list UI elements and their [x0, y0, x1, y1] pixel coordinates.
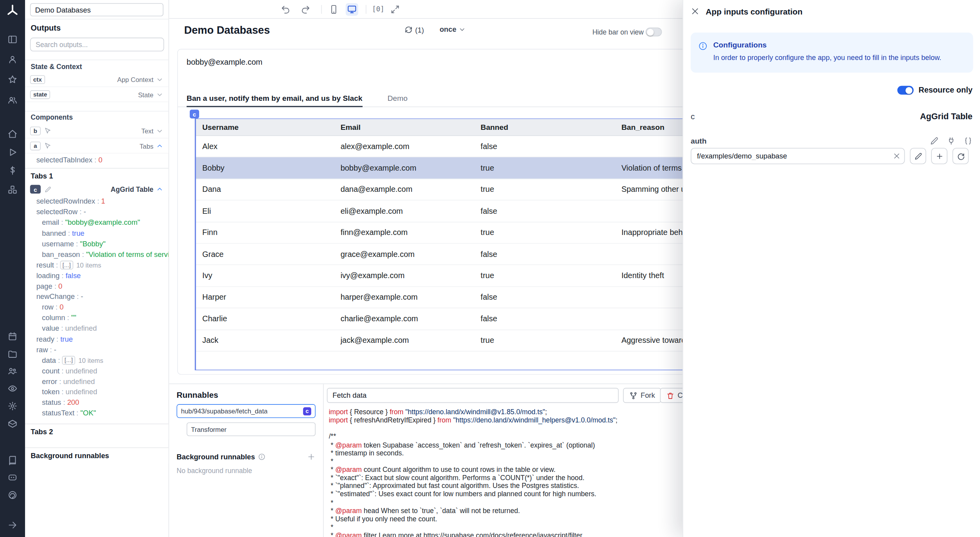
chevron-down-icon[interactable] — [156, 127, 163, 134]
app-title-input[interactable] — [30, 3, 163, 16]
windmill-logo[interactable] — [5, 4, 19, 18]
eye-icon[interactable] — [7, 384, 18, 394]
chevron-up-icon[interactable] — [156, 186, 163, 193]
refresh-resource-button[interactable] — [953, 148, 969, 164]
rename-component-icon[interactable] — [44, 186, 51, 193]
output-prop-token[interactable]: token : undefined — [25, 387, 169, 397]
connect-mode-icon[interactable] — [947, 137, 955, 145]
component-id-badge: a — [30, 141, 41, 150]
output-prop-selectedRow[interactable]: selectedRow : - — [25, 207, 169, 217]
output-prop-loading[interactable]: loading : false — [25, 270, 169, 281]
runnables-panel: Runnables hub/943/supabase/fetch_datacTr… — [169, 384, 324, 537]
output-prop-ready[interactable]: ready : true — [25, 334, 169, 344]
folder-icon[interactable] — [7, 349, 18, 359]
book-icon[interactable] — [7, 455, 18, 466]
output-prop-statusText[interactable]: statusText : "OK" — [25, 408, 169, 419]
runnable-item[interactable]: Transformer — [187, 422, 316, 436]
mobile-view-icon[interactable] — [329, 4, 339, 15]
users-icon[interactable] — [7, 95, 18, 106]
edit-mode-icon[interactable] — [930, 137, 938, 145]
dollar-icon[interactable] — [7, 166, 18, 176]
output-prop-status[interactable]: status : 200 — [25, 397, 169, 408]
cell-email: jack@example.com — [334, 330, 474, 351]
output-row-aggrid[interactable]: c AgGrid Table — [25, 182, 169, 197]
output-prop-data[interactable]: data : [...]10 items — [25, 355, 169, 366]
output-prop-banned[interactable]: banned : true — [25, 228, 169, 238]
redo-icon[interactable] — [301, 4, 311, 15]
info-body: In order to properly configure the app, … — [713, 54, 941, 61]
team-icon[interactable] — [7, 366, 18, 376]
output-prop-raw[interactable]: raw : - — [25, 344, 169, 355]
search-outputs-input[interactable] — [30, 38, 164, 51]
expand-array-chip[interactable]: [...] — [60, 260, 73, 269]
arrow-right-icon[interactable] — [7, 520, 18, 530]
expand-array-chip[interactable]: [...] — [62, 356, 75, 364]
panels-icon[interactable] — [7, 35, 18, 45]
info-icon — [258, 453, 266, 461]
state-context-rows: ctxApp ContextstateState — [25, 72, 169, 102]
add-resource-button[interactable] — [931, 148, 947, 164]
expand-icon[interactable] — [390, 4, 400, 15]
output-prop-value[interactable]: value : undefined — [25, 323, 169, 334]
cell-email: alex@example.com — [334, 136, 474, 157]
tabs1-section-header[interactable]: Tabs 1 — [25, 168, 169, 184]
boxes-icon[interactable] — [7, 185, 18, 195]
play-icon[interactable] — [7, 147, 18, 157]
close-drawer-button[interactable] — [691, 7, 699, 16]
background-runnables-section-header[interactable]: Background runnables — [25, 448, 169, 463]
output-prop-page[interactable]: page : 0 — [25, 281, 169, 291]
output-row-b[interactable]: bText — [25, 124, 169, 138]
output-prop-row[interactable]: row : 0 — [25, 302, 169, 313]
column-header-banned[interactable]: Banned — [474, 119, 615, 136]
chevron-up-icon[interactable] — [156, 142, 163, 149]
discord-icon[interactable] — [7, 472, 18, 482]
output-prop-selectedTabIndex[interactable]: selectedTabIndex : 0 — [25, 155, 169, 166]
tabs2-section-header[interactable]: Tabs 2 — [25, 424, 169, 439]
cell-username: Dana — [196, 179, 334, 200]
edit-resource-button[interactable] — [910, 148, 926, 164]
output-prop-ban_reason[interactable]: ban_reason : "Violation of terms of serv… — [25, 249, 169, 260]
app-tab[interactable]: Ban a user, notify them by email, and us… — [187, 89, 363, 106]
output-row-ctx[interactable]: ctxApp Context — [25, 72, 169, 87]
runnable-item[interactable]: hub/943/supabase/fetch_datac — [176, 404, 316, 418]
refresh-schedule-select[interactable]: once — [439, 25, 466, 33]
column-header-email[interactable]: Email — [334, 119, 474, 136]
clear-resource-icon[interactable] — [893, 152, 900, 160]
add-background-runnable-button[interactable] — [307, 452, 316, 461]
output-prop-newChange[interactable]: newChange : - — [25, 291, 169, 302]
app-tab[interactable]: Demo — [387, 89, 407, 106]
chevron-down-icon[interactable] — [156, 91, 163, 98]
gear-icon[interactable] — [7, 401, 18, 411]
output-prop-count[interactable]: count : undefined — [25, 366, 169, 376]
desktop-view-icon[interactable] — [346, 3, 358, 16]
home-icon[interactable] — [7, 129, 18, 139]
undo-icon[interactable] — [281, 4, 291, 15]
star-icon[interactable] — [7, 75, 18, 85]
eval-mode-icon[interactable] — [964, 137, 972, 145]
output-prop-username[interactable]: username : "Bobby" — [25, 238, 169, 249]
chevron-down-icon[interactable] — [156, 75, 163, 83]
auth-field-label: auth — [691, 137, 706, 145]
refresh-app-button[interactable]: (1) — [405, 25, 424, 34]
hide-bar-toggle[interactable] — [646, 27, 662, 36]
debug-runs-button[interactable]: [0] — [372, 5, 385, 13]
user-icon[interactable] — [7, 55, 18, 65]
calendar-icon[interactable] — [7, 331, 18, 342]
column-header-username[interactable]: Username — [196, 119, 334, 136]
github-icon[interactable] — [7, 490, 18, 500]
output-row-a[interactable]: aTabs — [25, 138, 169, 153]
fork-button[interactable]: Fork — [623, 388, 661, 403]
resource-path-input[interactable] — [691, 148, 905, 164]
output-row-state[interactable]: stateState — [25, 87, 169, 102]
output-prop-column[interactable]: column : "" — [25, 313, 169, 323]
output-prop-email[interactable]: email : "bobby@example.com" — [25, 217, 169, 228]
runnable-name-input[interactable] — [327, 388, 619, 403]
component-badge[interactable]: c — [190, 110, 199, 118]
output-prop-selectedRowIndex[interactable]: selectedRowIndex : 1 — [25, 196, 169, 207]
no-background-runnable-text: No background runnable — [176, 467, 316, 474]
cell-username: Finn — [196, 222, 334, 243]
container-icon[interactable] — [7, 419, 18, 429]
output-prop-error[interactable]: error : undefined — [25, 376, 169, 387]
output-prop-result[interactable]: result : [...]10 items — [25, 260, 169, 270]
resource-only-toggle[interactable] — [897, 86, 914, 95]
